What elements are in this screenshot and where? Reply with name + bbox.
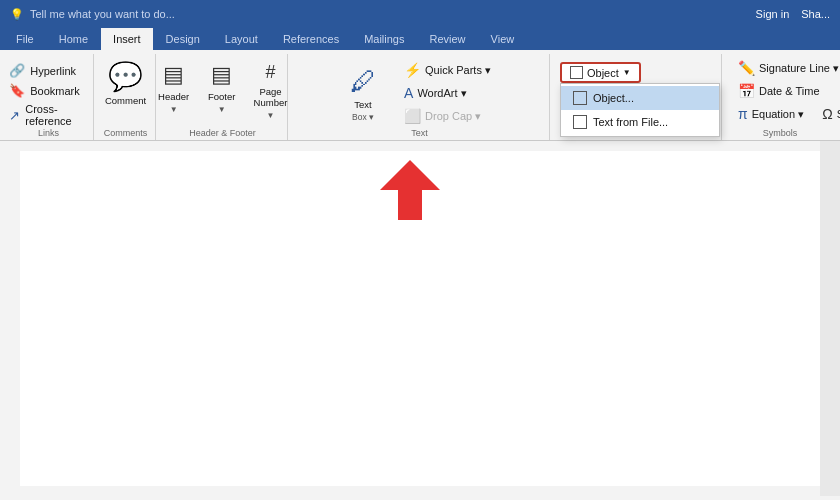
date-time-label: Date & Time — [759, 85, 820, 97]
header-icon: ▤ — [163, 62, 184, 88]
object-menu: Object... Text from File... — [560, 83, 720, 137]
object-square-icon — [570, 66, 583, 79]
links-group-label: Links — [4, 128, 93, 138]
sign-in-btn[interactable]: Sign in — [756, 8, 790, 20]
cross-reference-btn[interactable]: ↗ Cross-reference — [7, 102, 82, 128]
tab-layout[interactable]: Layout — [213, 28, 270, 50]
document-area — [0, 141, 840, 496]
bookmark-btn[interactable]: 🔖 Bookmark — [7, 82, 82, 99]
top-bar-right: Sign in Sha... — [756, 8, 830, 20]
page-number-label: PageNumber — [254, 86, 288, 108]
comment-btn[interactable]: 💬 Comment — [95, 54, 156, 112]
symbols-items: ✏️ Signature Line ▾ 📅 Date & Time π Equa… — [732, 54, 840, 124]
quick-parts-btn[interactable]: ⚡ Quick Parts ▾ — [398, 60, 497, 80]
object-group: Object ▼ Object... Text from File... Tex… — [552, 54, 722, 140]
tab-design[interactable]: Design — [154, 28, 212, 50]
footer-dropdown-arrow: ▼ — [218, 105, 226, 114]
top-bar: 💡 Tell me what you want to do... Sign in… — [0, 0, 840, 28]
drop-cap-icon: ⬜ — [404, 108, 421, 124]
symbol-icon: Ω — [822, 106, 832, 122]
tab-file[interactable]: File — [4, 28, 46, 50]
footer-btn[interactable]: ▤ Footer ▼ — [200, 58, 244, 118]
symbols-group-label: Symbols — [724, 128, 836, 138]
object-btn-label: Object — [587, 67, 619, 79]
tab-references[interactable]: References — [271, 28, 351, 50]
comments-group-label: Comments — [96, 128, 155, 138]
header-label: Header — [158, 91, 189, 102]
object-menu-item-textfromfile[interactable]: Text from File... — [561, 110, 719, 134]
insert-col: ⚡ Quick Parts ▾ A WordArt ▾ ⬜ Drop Cap ▾ — [398, 58, 497, 126]
symbol-label: Symbol ▾ — [837, 108, 840, 121]
hf-group-label: Header & Footer — [158, 128, 287, 138]
text-row-1: 🖊 Text Box ▾ ⚡ Quick Parts ▾ — [342, 58, 497, 126]
page-number-btn[interactable]: # PageNumber ▼ — [248, 58, 294, 124]
tab-home[interactable]: Home — [47, 28, 100, 50]
comment-icon: 💬 — [108, 60, 143, 93]
footer-label: Footer — [208, 91, 235, 102]
signature-line-label: Signature Line ▾ — [759, 62, 839, 75]
symbol-btn[interactable]: Ω Symbol ▾ — [816, 104, 840, 124]
object-item-label: Object... — [593, 92, 634, 104]
lightbulb-icon: 💡 — [10, 8, 24, 21]
page-number-icon: # — [266, 62, 276, 83]
hyperlink-icon: 🔗 — [9, 63, 25, 78]
equation-label: Equation ▾ — [752, 108, 804, 121]
document-page — [20, 151, 820, 486]
hyperlink-label: Hyperlink — [30, 65, 76, 77]
header-dropdown-arrow: ▼ — [170, 105, 178, 114]
object-item-icon — [573, 91, 587, 105]
links-items: 🔗 Hyperlink 🔖 Bookmark ↗ Cross-reference — [1, 54, 96, 128]
text-group-label: Text — [290, 128, 549, 138]
wordart-btn[interactable]: A WordArt ▾ — [398, 83, 497, 103]
links-group: 🔗 Hyperlink 🔖 Bookmark ↗ Cross-reference… — [4, 54, 94, 140]
drop-cap-label: Drop Cap ▾ — [425, 110, 481, 123]
bookmark-icon: 🔖 — [9, 83, 25, 98]
textbox-area: 🖊 Text Box ▾ — [342, 59, 390, 125]
document-sidebar — [820, 141, 840, 496]
object-dropdown-arrow: ▼ — [623, 68, 631, 77]
text-group: 🖊 Text Box ▾ ⚡ Quick Parts ▾ — [290, 54, 550, 140]
symbols-group: ✏️ Signature Line ▾ 📅 Date & Time π Equa… — [724, 54, 836, 140]
equation-icon: π — [738, 106, 748, 122]
hyperlink-btn[interactable]: 🔗 Hyperlink — [7, 62, 82, 79]
textbox-btn[interactable]: 🖊 Text Box ▾ — [342, 63, 384, 125]
quick-parts-icon: ⚡ — [404, 62, 421, 78]
object-dropdown-wrapper: Object ▼ Object... Text from File... — [560, 62, 641, 83]
share-btn[interactable]: Sha... — [801, 8, 830, 20]
tab-mailings[interactable]: Mailings — [352, 28, 416, 50]
drop-cap-btn[interactable]: ⬜ Drop Cap ▾ — [398, 106, 497, 126]
tell-me-bar[interactable]: 💡 Tell me what you want to do... — [10, 8, 175, 21]
wordart-label: WordArt ▾ — [417, 87, 466, 100]
signature-line-icon: ✏️ — [738, 60, 755, 76]
header-btn[interactable]: ▤ Header ▼ — [152, 58, 196, 118]
textbox-sublabel: Box ▾ — [352, 112, 374, 122]
quick-parts-label: Quick Parts ▾ — [425, 64, 491, 77]
tab-view[interactable]: View — [479, 28, 527, 50]
page-number-dropdown-arrow: ▼ — [267, 111, 275, 120]
object-menu-item-object[interactable]: Object... — [561, 86, 719, 110]
hf-items: ▤ Header ▼ ▤ Footer ▼ # PageNumber ▼ — [152, 54, 294, 124]
ribbon: 🔗 Hyperlink 🔖 Bookmark ↗ Cross-reference… — [0, 50, 840, 141]
eq-sym-row: π Equation ▾ Ω Symbol ▾ — [732, 104, 840, 124]
textbox-label: Text — [354, 99, 371, 110]
tab-review[interactable]: Review — [418, 28, 478, 50]
textbox-icon: 🖊 — [350, 66, 376, 97]
textfromfile-item-icon — [573, 115, 587, 129]
object-dropdown-btn[interactable]: Object ▼ — [560, 62, 641, 83]
tab-insert[interactable]: Insert — [101, 28, 153, 50]
footer-icon: ▤ — [211, 62, 232, 88]
comments-group: 💬 Comment Comments — [96, 54, 156, 140]
wordart-icon: A — [404, 85, 413, 101]
date-time-btn[interactable]: 📅 Date & Time — [732, 81, 826, 101]
tell-me-text[interactable]: Tell me what you want to do... — [30, 8, 175, 20]
comment-label: Comment — [105, 95, 146, 106]
bookmark-label: Bookmark — [30, 85, 80, 97]
signature-line-btn[interactable]: ✏️ Signature Line ▾ — [732, 58, 840, 78]
cross-reference-label: Cross-reference — [25, 103, 80, 127]
equation-btn[interactable]: π Equation ▾ — [732, 104, 810, 124]
date-time-icon: 📅 — [738, 83, 755, 99]
cross-ref-icon: ↗ — [9, 108, 20, 123]
textfromfile-item-label: Text from File... — [593, 116, 668, 128]
ribbon-content: 🔗 Hyperlink 🔖 Bookmark ↗ Cross-reference… — [0, 50, 840, 140]
ribbon-tabs: File Home Insert Design Layout Reference… — [0, 28, 840, 50]
